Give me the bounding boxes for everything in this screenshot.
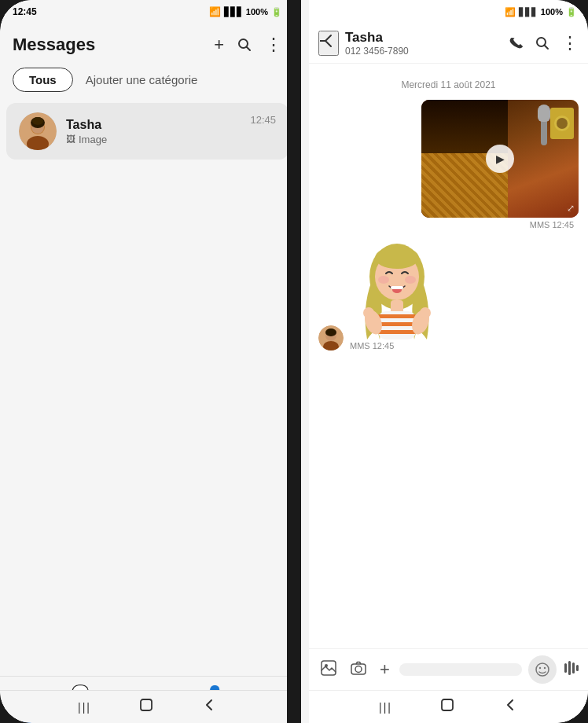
tasha-name: Tasha <box>66 118 250 132</box>
fold-hinge <box>287 0 301 723</box>
category-tous[interactable]: Tous <box>13 68 73 92</box>
search-button[interactable] <box>237 37 252 53</box>
svg-point-14 <box>325 328 336 336</box>
status-bar-right-side: 📶 ▋▋▋ 100% 🔋 <box>309 0 588 24</box>
battery-icon: 🔋 <box>271 7 282 17</box>
back-button[interactable] <box>318 31 339 56</box>
svg-rect-38 <box>564 663 567 673</box>
chat-contact-phone: 012 3456-7890 <box>345 46 508 57</box>
svg-rect-20 <box>378 330 416 334</box>
battery-label: 100% <box>246 7 268 17</box>
chat-header-icons: ⋮ <box>508 33 579 53</box>
svg-line-1 <box>247 47 251 51</box>
categories-row: Tous Ajouter une catégorie <box>0 63 295 97</box>
svg-point-37 <box>544 667 546 669</box>
tasha-avatar <box>19 112 57 150</box>
tasha-time: 12:45 <box>250 112 276 126</box>
sticker-image <box>350 237 444 339</box>
conversation-item-tasha[interactable]: Tasha 🖼 Image 12:45 <box>6 103 288 160</box>
nav-home-button[interactable] <box>439 697 455 717</box>
chat-header: Tasha 012 3456-7890 ⋮ <box>309 24 588 64</box>
sticker-button[interactable] <box>528 655 557 684</box>
svg-rect-41 <box>576 665 579 671</box>
svg-rect-19 <box>378 322 416 326</box>
chat-header-info: Tasha 012 3456-7890 <box>345 30 508 57</box>
chat-contact-name: Tasha <box>345 30 508 46</box>
svg-point-24 <box>420 307 431 318</box>
svg-point-35 <box>536 663 549 676</box>
left-nav-back-button[interactable] <box>201 697 217 717</box>
category-add[interactable]: Ajouter une catégorie <box>83 68 201 91</box>
right-battery-icon: 🔋 <box>566 7 577 17</box>
attach-button[interactable]: + <box>377 656 393 683</box>
svg-point-28 <box>405 276 416 284</box>
header-icons: + ⋮ <box>214 35 282 55</box>
right-battery-text: 100% <box>541 7 563 17</box>
status-time: 12:45 <box>13 6 37 17</box>
camera-button[interactable] <box>347 656 370 684</box>
left-nav-menu-button[interactable]: ||| <box>78 701 91 714</box>
gallery-button[interactable] <box>317 656 340 684</box>
svg-point-27 <box>378 276 389 284</box>
more-button[interactable]: ⋮ <box>265 35 282 55</box>
expand-icon: ⤢ <box>567 203 575 214</box>
message-input[interactable] <box>399 663 522 676</box>
wifi-icon: 📶 <box>209 6 221 17</box>
incoming-message-0: MMS 12:45 <box>318 237 579 350</box>
image-icon: 🖼 <box>66 134 75 145</box>
svg-line-10 <box>545 46 549 50</box>
chat-input-area: + <box>309 648 588 690</box>
svg-point-36 <box>539 667 541 669</box>
right-signal-icon: ▋▋▋ <box>519 8 538 17</box>
tasha-preview: 🖼 Image <box>66 134 250 145</box>
svg-point-7 <box>32 117 43 125</box>
chat-messages: Mercredi 11 août 2021 <box>309 64 588 648</box>
svg-rect-40 <box>572 662 575 673</box>
nav-back-button[interactable] <box>502 697 518 717</box>
status-right: 📶 ▋▋▋ 100% 🔋 <box>209 6 282 17</box>
svg-point-26 <box>375 247 419 269</box>
left-panel: 12:45 📶 ▋▋▋ 100% 🔋 Messages + <box>0 0 295 723</box>
date-divider: Mercredi 11 août 2021 <box>318 79 579 90</box>
messages-title: Messages <box>13 35 95 55</box>
play-button[interactable]: ▶ <box>486 145 514 173</box>
chat-more-button[interactable]: ⋮ <box>561 33 579 53</box>
svg-rect-39 <box>568 661 571 675</box>
outgoing-message-0: ▶ ⤢ MMS 12:45 <box>318 100 579 233</box>
nav-menu-button[interactable]: ||| <box>379 701 392 714</box>
incoming-msg-meta: MMS 12:45 <box>350 341 444 350</box>
svg-rect-18 <box>378 314 416 318</box>
outgoing-msg-meta: MMS 12:45 <box>421 218 579 233</box>
svg-rect-42 <box>442 699 453 710</box>
incoming-avatar <box>318 325 344 350</box>
video-thumbnail[interactable]: ▶ ⤢ <box>421 100 579 218</box>
tasha-conv-info: Tasha 🖼 Image <box>66 118 250 145</box>
svg-point-22 <box>363 307 374 318</box>
left-nav-home-button[interactable] <box>138 697 154 717</box>
system-nav-left: ||| <box>0 690 295 723</box>
right-wifi-icon: 📶 <box>505 7 516 17</box>
signal-icon: ▋▋▋ <box>224 7 243 17</box>
system-nav-right: ||| <box>309 690 588 723</box>
sticker-container: MMS 12:45 <box>350 237 444 350</box>
right-panel: 📶 ▋▋▋ 100% 🔋 Tasha 012 3456-7890 <box>309 0 588 723</box>
compose-button[interactable]: + <box>214 35 224 55</box>
voice-button[interactable] <box>563 659 580 681</box>
svg-rect-30 <box>391 286 403 289</box>
svg-point-34 <box>355 666 362 672</box>
tasha-preview-text: Image <box>79 134 107 145</box>
chat-search-button[interactable] <box>535 35 550 51</box>
svg-rect-43 <box>141 699 152 710</box>
conversation-list: Tasha 🖼 Image 12:45 <box>0 100 295 676</box>
call-button[interactable] <box>508 35 524 51</box>
messages-header: Messages + ⋮ <box>0 24 295 63</box>
